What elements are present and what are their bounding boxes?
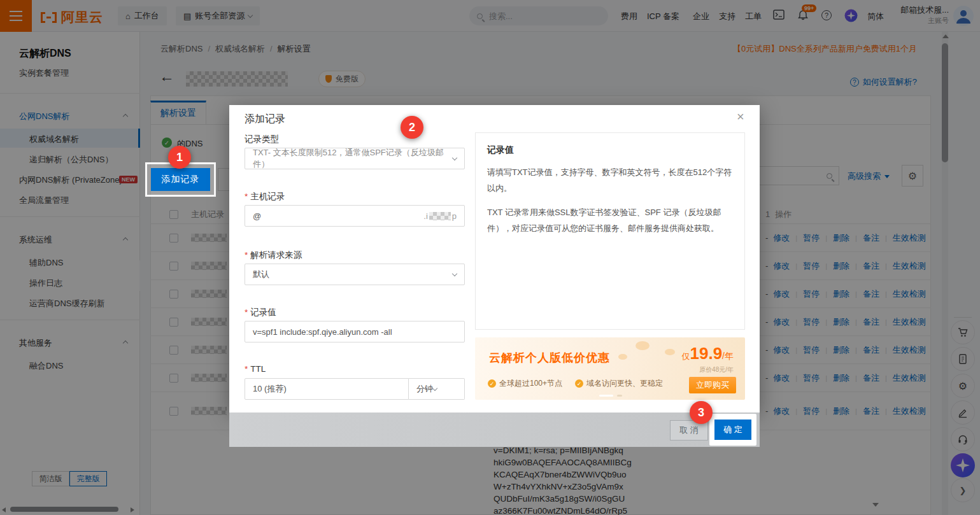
record-value-help-panel: 记录值 请填写TXT记录值，支持字母、数字和英文符号，长度在512个字符以内。 … [475,132,745,330]
promo-banner[interactable]: 云解析个人版低价优惠 仅 19.9 /年 原价48元/年 ✓全球超过100+节点… [475,337,745,400]
modal-footer: 取 消 确 定 [229,413,760,447]
confirm-button[interactable]: 确 定 [714,420,751,440]
promo-original-price: 原价48元/年 [699,365,734,374]
promo-title: 云解析个人版低价优惠 [489,350,610,365]
dns-request-source-label: *解析请求来源 [245,250,302,261]
step-2-badge: 2 [401,116,423,139]
coin-decoration [618,354,627,360]
ttl-unit-select[interactable]: 分钟 [409,378,465,400]
coin-decoration [665,349,675,355]
confirm-spotlight: 确 定 [709,414,756,446]
close-icon[interactable]: × [737,110,744,123]
check-icon: ✓ [488,379,496,388]
check-icon: ✓ [575,379,583,388]
record-value-label: *记录值 [245,307,276,318]
step-3-badge: 3 [690,401,713,424]
modal-body: 添加记录 × 记录类型 TXT- 文本长度限制512，通常做SPF记录（反垃圾邮… [229,105,760,413]
help-paragraph: 请填写TXT记录值，支持字母、数字和英文符号，长度在512个字符以内。 [487,165,733,196]
ttl-label: *TTL [245,364,266,374]
promo-features: ✓全球超过100+节点 ✓域名访问更快、更稳定 [488,378,663,389]
record-value-input[interactable]: v=spf1 include:spf.qiye.aliyun.com -all [245,321,465,342]
add-record-modal: 添加记录 × 记录类型 TXT- 文本长度限制512，通常做SPF记录（反垃圾邮… [229,105,760,447]
dns-request-source-select[interactable]: 默认 [245,264,465,285]
promo-price: 仅 19.9 /年 [682,344,734,363]
domain-suffix-redacted [429,212,451,220]
coin-decoration [636,341,650,350]
modal-title: 添加记录 [245,113,285,126]
ttl-input[interactable]: 10 (推荐) [245,378,409,400]
record-type-select[interactable]: TXT- 文本长度限制512，通常做SPF记录（反垃圾邮件） [245,148,465,169]
host-record-label: *主机记录 [245,191,285,202]
help-paragraph: TXT 记录常用来做SSL数字证书签发验证、SPF 记录（反垃圾邮件），对应记录… [487,205,733,236]
host-record-input[interactable]: @ .i p [245,205,465,227]
chevron-down-icon [452,271,457,276]
host-suffix: .i p [423,211,457,221]
step-1-badge: 1 [168,146,191,169]
ttl-row: 10 (推荐) 分钟 [245,378,465,400]
chevron-down-icon [432,385,437,390]
record-type-label: 记录类型 [245,134,279,145]
help-title: 记录值 [487,145,733,156]
aliyun-console: 阿里云 ⌂ 工作台 ▤ 账号全部资源 费用 ICP 备案 企业 支持 工单 99… [0,0,980,515]
carousel-dots[interactable] [599,395,622,397]
buy-now-button[interactable]: 立即购买 [689,377,736,393]
add-record-button[interactable]: 添加记录 [151,168,210,191]
